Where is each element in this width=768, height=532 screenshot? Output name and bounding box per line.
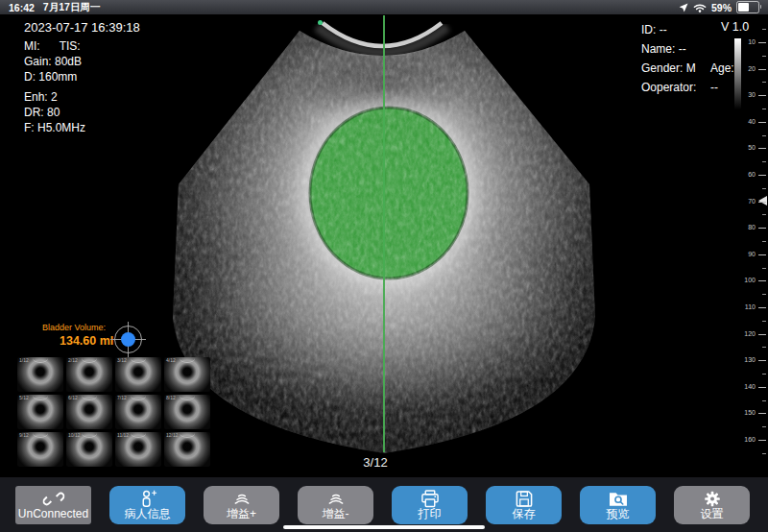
frame-indicator: 3/12 — [337, 455, 414, 470]
frame-thumbnail[interactable]: 10/12 — [66, 432, 112, 467]
depth-tick-minor — [762, 268, 766, 269]
exam-datetime: 2023-07-17 16:39:18 — [24, 20, 140, 38]
depth-tick — [758, 42, 766, 43]
frame-thumbnail-label: 8/12 — [166, 396, 176, 400]
frame-thumbnail[interactable]: 8/12 — [164, 395, 210, 429]
depth-tick-minor — [762, 347, 766, 348]
tis-label: TIS: — [60, 38, 81, 54]
frame-thumbnail-label: 6/12 — [68, 396, 78, 400]
patient-gender: Gender: M — [641, 61, 696, 75]
depth-tick — [758, 307, 766, 308]
depth-tick-minor — [762, 294, 766, 295]
toolbar-button-label: 病人信息 — [125, 508, 171, 520]
depth-tick-label: 20 — [748, 65, 756, 73]
depth-value: D: 160mm — [24, 69, 140, 85]
frame-thumbnail[interactable]: 12/12 — [164, 432, 210, 467]
depth-tick — [758, 440, 766, 441]
frame-thumbnail[interactable]: 7/12 — [115, 395, 161, 429]
freq-value: F: H5.0MHz — [24, 120, 140, 135]
depth-tick-minor — [762, 426, 766, 427]
depth-tick — [758, 228, 766, 229]
disconnected-icon — [42, 490, 65, 508]
bladder-marker-dot — [121, 332, 135, 347]
save-button[interactable]: 保存 — [486, 486, 562, 524]
depth-tick — [758, 254, 766, 255]
frame-thumbnail-label: 12/12 — [166, 433, 179, 438]
location-icon — [679, 3, 688, 12]
depth-tick-label: 160 — [744, 436, 756, 444]
frame-thumbnail-grid: 1/122/123/124/125/126/127/128/129/1210/1… — [17, 357, 210, 467]
frame-thumbnail[interactable]: 11/12 — [115, 432, 161, 467]
exam-info-panel: 2023-07-17 16:39:18 MI: TIS: Gain: 80dB … — [24, 20, 140, 135]
frame-thumbnail-label: 7/12 — [117, 396, 127, 400]
unconnected-button[interactable]: UnConnected — [15, 486, 91, 524]
depth-tick-minor — [762, 214, 766, 215]
depth-tick-label: 100 — [744, 277, 756, 284]
frame-thumbnail[interactable]: 4/12 — [164, 357, 210, 392]
printer-icon — [419, 490, 442, 508]
operator-label: Ooperator: — [641, 78, 696, 97]
scan-center-line — [383, 15, 385, 452]
depth-tick-minor — [762, 82, 766, 83]
depth-tick-label: 50 — [748, 144, 756, 152]
waves-icon — [324, 490, 348, 508]
gain-value: Gain: 80dB — [24, 54, 140, 69]
depth-tick-label: 60 — [748, 171, 756, 179]
depth-tick — [758, 148, 766, 149]
depth-tick-minor — [762, 29, 766, 30]
print-button[interactable]: 打印 — [392, 486, 468, 524]
volume-value: 134.60 ml — [60, 334, 113, 348]
toolbar: UnConnected病人信息增益+增益-打印保存预览设置 — [0, 477, 768, 532]
depth-tick — [758, 175, 766, 176]
depth-tick — [758, 69, 766, 70]
depth-tick-minor — [762, 56, 766, 57]
depth-tick — [758, 95, 766, 96]
frame-thumbnail[interactable]: 1/12 — [17, 357, 63, 392]
mi-label: MI: — [24, 38, 40, 54]
depth-tick-minor — [762, 321, 766, 322]
depth-tick-label: 80 — [748, 224, 756, 231]
settings-button[interactable]: 设置 — [674, 486, 750, 524]
depth-tick-minor — [762, 374, 766, 375]
ipad-status-bar: 16:42 7月17日周一 59% — [0, 0, 768, 14]
patient-info-button[interactable]: 病人信息 — [109, 486, 185, 524]
gear-icon — [701, 490, 724, 508]
toolbar-button-label: 打印 — [419, 508, 442, 520]
preview-icon — [607, 490, 630, 508]
dr-value: DR: 80 — [24, 105, 140, 120]
gain-minus-button[interactable]: 增益- — [298, 486, 373, 524]
preview-button[interactable]: 预览 — [580, 486, 656, 524]
patient-info-panel: ID: -- Name: -- Gender: M Age: -- Oopera… — [641, 20, 696, 97]
depth-tick — [758, 334, 766, 335]
patient-id: ID: -- — [641, 20, 696, 39]
toolbar-button-label: 设置 — [701, 508, 724, 520]
depth-tick-minor — [762, 400, 766, 401]
toolbar-button-label: 增益+ — [227, 508, 256, 520]
frame-thumbnail[interactable]: 2/12 — [66, 357, 112, 392]
depth-tick-label: 40 — [748, 118, 756, 126]
frame-thumbnail[interactable]: 3/12 — [115, 357, 161, 392]
depth-tick-minor — [762, 241, 766, 242]
depth-tick-label: 90 — [748, 251, 756, 258]
patient-add-icon — [136, 490, 159, 508]
toolbar-button-label: 预览 — [607, 508, 630, 520]
depth-tick-label: 140 — [744, 383, 756, 391]
depth-tick-label: 120 — [744, 330, 756, 338]
depth-tick — [758, 360, 766, 361]
status-green-dot — [318, 20, 323, 25]
depth-tick-minor — [762, 109, 766, 109]
depth-tick-label: 130 — [744, 356, 756, 364]
frame-thumbnail-label: 3/12 — [117, 358, 127, 363]
status-date: 7月17日周一 — [43, 1, 101, 14]
frame-thumbnail[interactable]: 5/12 — [17, 395, 63, 429]
frame-thumbnail[interactable]: 6/12 — [66, 395, 112, 429]
battery-percent: 59% — [711, 2, 732, 13]
clock: 16:42 — [9, 2, 35, 13]
frame-thumbnail-label: 2/12 — [68, 358, 78, 363]
home-indicator[interactable] — [283, 525, 485, 529]
gain-plus-button[interactable]: 增益+ — [204, 486, 279, 524]
waves-icon — [230, 490, 253, 508]
frame-thumbnail-label: 9/12 — [19, 433, 29, 438]
frame-thumbnail[interactable]: 9/12 — [17, 432, 63, 467]
bladder-scanner-app: 16:42 7月17日周一 59% — [0, 0, 768, 532]
